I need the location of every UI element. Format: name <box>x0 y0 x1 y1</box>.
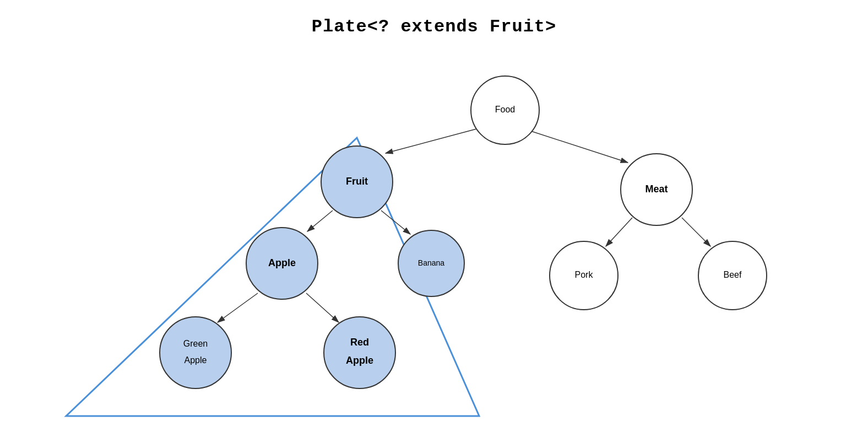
node-green-apple <box>160 317 231 388</box>
label-pork: Pork <box>575 270 594 279</box>
line-apple-redapple <box>306 293 339 322</box>
label-red-apple-1: Red <box>350 337 369 348</box>
line-meat-beef <box>682 218 710 246</box>
line-fruit-banana <box>381 210 410 234</box>
label-fruit: Fruit <box>346 176 368 187</box>
line-food-meat <box>526 129 628 163</box>
line-meat-pork <box>606 218 632 246</box>
line-food-fruit <box>386 127 485 153</box>
label-red-apple-2: Apple <box>346 355 373 366</box>
label-meat: Meat <box>645 183 668 195</box>
label-apple: Apple <box>268 257 296 268</box>
label-banana: Banana <box>418 258 444 267</box>
label-beef: Beef <box>724 270 742 279</box>
diagram-svg: Food Fruit Meat Apple Banana Pork Beef G… <box>0 0 868 421</box>
line-fruit-apple <box>307 210 333 231</box>
label-food: Food <box>495 105 515 114</box>
line-apple-greenapple <box>218 293 258 322</box>
label-green-apple-1: Green <box>183 339 208 348</box>
node-red-apple <box>324 317 395 388</box>
label-green-apple-2: Apple <box>185 355 207 365</box>
